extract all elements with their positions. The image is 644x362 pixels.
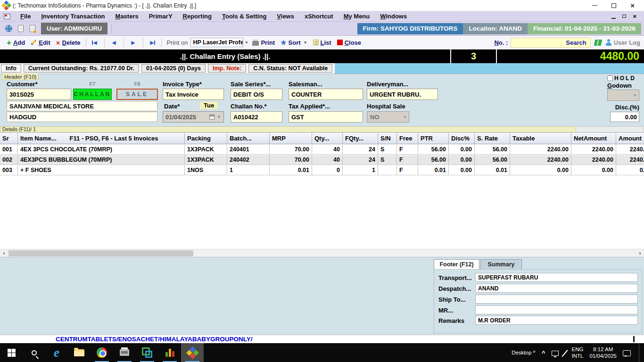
transport-field[interactable] <box>475 273 638 282</box>
sort-dropdown-icon[interactable]: ▼ <box>304 41 307 45</box>
menu-tools-setting[interactable]: Tools & Setting <box>217 12 272 21</box>
cell-batch[interactable]: 240401 <box>227 145 270 155</box>
invoice-type-field[interactable]: Tax Invoice <box>163 89 224 100</box>
show-desktop-button[interactable] <box>639 343 641 362</box>
maximize-icon[interactable] <box>611 3 616 8</box>
cell-netamount[interactable]: 2240.00 <box>571 155 616 165</box>
cell-amount[interactable]: 2240.00 <box>616 155 644 165</box>
date-field[interactable]: 01/04/2025▼ <box>163 111 224 123</box>
cell-packing[interactable]: 1X3PACK <box>185 155 227 165</box>
mdi-minimize-icon[interactable] <box>611 18 616 19</box>
challan-button[interactable]: CHALLAN <box>73 89 112 100</box>
sale-button[interactable]: SALE <box>116 89 158 100</box>
menu-file[interactable]: File <box>15 12 36 21</box>
list-button[interactable]: List <box>310 38 334 47</box>
mr-input[interactable] <box>478 307 635 313</box>
scroll-right-icon[interactable]: › <box>636 249 644 257</box>
cell-amount[interactable]: 2240.00 <box>616 145 644 155</box>
menu-reporting[interactable]: Reporting <box>178 12 217 21</box>
customer-code-input[interactable] <box>9 91 68 98</box>
cell-fqty[interactable]: 24 <box>343 145 378 155</box>
deliveryman-field[interactable]: URGENT RUBRU. <box>367 89 438 100</box>
cell-taxable[interactable]: 0.00 <box>510 165 571 175</box>
cell-free[interactable]: F <box>397 145 418 155</box>
col-batch[interactable]: Batch... <box>227 132 270 144</box>
taskbar-pharma-app-button[interactable] <box>181 343 204 362</box>
cell-ptr[interactable]: 56.00 <box>418 155 449 165</box>
cell-batch[interactable]: 240402 <box>227 155 270 165</box>
menu-inventory-transaction[interactable]: Inventory Transaction <box>36 12 110 21</box>
cell-mrp[interactable]: 70.00 <box>270 145 312 155</box>
col-fqty[interactable]: FQty... <box>343 132 378 144</box>
col-amount[interactable]: Amount <box>616 132 644 144</box>
ship-to-field[interactable] <box>475 295 638 304</box>
desktop-button[interactable]: Desktop» <box>512 350 536 355</box>
mdi-close-icon[interactable]: × <box>633 13 636 19</box>
cell-mrp[interactable]: 0.01 <box>270 165 312 175</box>
remarks-input[interactable] <box>478 317 635 324</box>
col-qty[interactable]: Qty... <box>312 132 343 144</box>
tax-applied-field[interactable]: GST <box>289 111 363 123</box>
new-document-icon[interactable] <box>17 25 25 33</box>
mr-field[interactable] <box>475 305 638 314</box>
cell-netamount[interactable]: 0.00 <box>571 165 616 175</box>
cell-item[interactable]: + F SHOES <box>18 165 185 175</box>
last-record-button[interactable]: ▶ <box>147 38 159 47</box>
salesman-field[interactable]: COUNTER <box>289 89 363 100</box>
info-tab[interactable]: Info <box>1 64 21 73</box>
col-item-name[interactable]: Item Name...F11 - PSO, F6 - Last 5 Invoi… <box>18 132 185 144</box>
col-taxable[interactable]: Taxable <box>510 132 571 144</box>
taskbar-chart-app-button[interactable] <box>158 343 181 362</box>
col-sr[interactable]: Sr <box>0 132 18 144</box>
cell-taxable[interactable]: 2240.00 <box>510 155 571 165</box>
cell-fqty[interactable]: 1 <box>343 165 378 175</box>
cell-item[interactable]: 4EX 3PCS CHOCOLATE (70MRP) <box>18 145 185 155</box>
language-indicator[interactable]: ENGINTL <box>572 346 584 360</box>
cell-packing[interactable]: 1X3PACK <box>185 145 227 155</box>
clock[interactable]: 8:12 AM01/04/2025 <box>589 346 617 360</box>
hospital-sale-select[interactable]: NO▾ <box>367 111 409 123</box>
cell-sn[interactable] <box>378 165 397 175</box>
prev-record-button[interactable]: ◀ <box>108 38 120 47</box>
col-mrp[interactable]: MRP <box>270 132 312 144</box>
add-button[interactable]: +Add <box>4 38 28 48</box>
cell-free[interactable]: F <box>397 165 418 175</box>
user-log-button[interactable]: User Log <box>614 39 640 46</box>
home-icon[interactable] <box>5 25 13 33</box>
mdi-child-icon[interactable] <box>4 14 10 19</box>
scrollbar-thumb[interactable] <box>8 250 193 256</box>
close-entry-button[interactable]: Close <box>334 38 364 47</box>
table-row[interactable]: 001 4EX 3PCS CHOCOLATE (70MRP) 1X3PACK 2… <box>0 145 644 155</box>
cell-sr[interactable]: 003 <box>0 165 18 175</box>
despatch-input[interactable] <box>478 285 635 292</box>
cell-sn[interactable]: S <box>378 145 397 155</box>
menu-my-menu[interactable]: My Menu <box>339 12 375 21</box>
first-record-button[interactable]: ◀ <box>89 38 101 47</box>
user-button[interactable]: User: ADMINGURU <box>41 23 107 34</box>
cell-qty[interactable]: 40 <box>312 155 343 165</box>
notification-icon[interactable] <box>623 350 631 356</box>
cell-sr[interactable]: 002 <box>0 155 18 165</box>
challan-no-field[interactable]: A010422 <box>231 111 282 123</box>
col-free[interactable]: Free <box>397 132 418 144</box>
cell-packing[interactable]: 1NOS <box>185 165 227 175</box>
taskbar-search-button[interactable] <box>23 343 45 362</box>
table-row[interactable]: 003 + F SHOES 1NOS 1 0.01 0 1 F 0.01 0.0… <box>0 165 644 175</box>
cell-qty[interactable]: 40 <box>312 145 343 155</box>
printer-select[interactable]: HP LaserJet Profe <box>190 38 243 47</box>
tray-chevron-icon[interactable]: ^ <box>542 349 545 356</box>
taskbar-chrome-button[interactable] <box>91 343 113 362</box>
col-packing[interactable]: Packing <box>185 132 227 144</box>
mdi-restore-icon[interactable] <box>622 15 626 18</box>
cell-free[interactable]: F <box>397 155 418 165</box>
ship-to-input[interactable] <box>478 296 635 303</box>
cell-sr[interactable]: 001 <box>0 145 18 155</box>
despatch-field[interactable] <box>475 284 638 293</box>
menu-primary[interactable]: PrimarY <box>144 12 178 21</box>
cell-item[interactable]: 4EX3PCS BUBBLEGUM (70MRP) <box>18 155 185 165</box>
cell-disc[interactable]: 0.00 <box>449 165 475 175</box>
transport-input[interactable] <box>478 274 635 281</box>
col-disc[interactable]: Disc% <box>449 132 475 144</box>
cell-sn[interactable]: S <box>378 155 397 165</box>
cell-qty[interactable]: 0 <box>312 165 343 175</box>
